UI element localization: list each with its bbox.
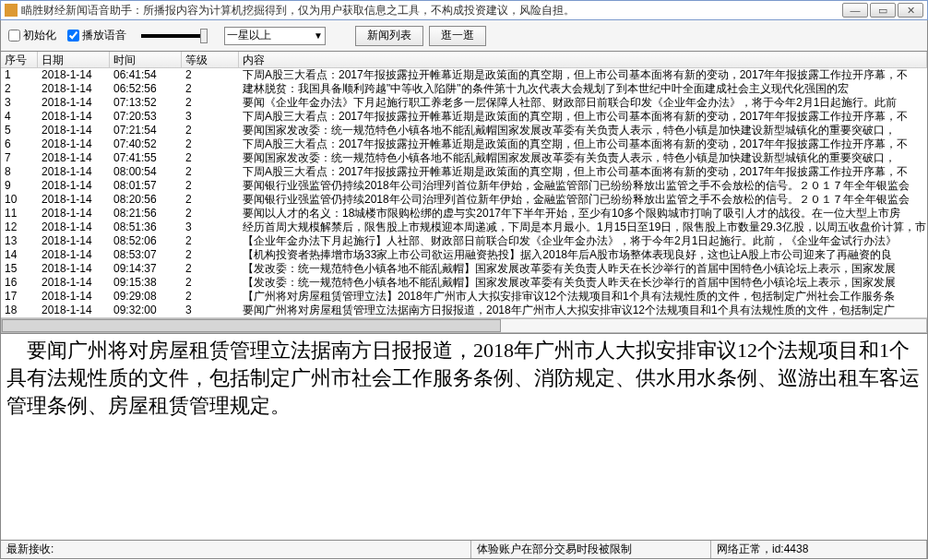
- table-cell: 要闻国家发改委：统一规范特色小镇各地不能乱戴帽国家发展改革委有关负责人表示，特色…: [239, 151, 927, 165]
- table-cell: 1: [1, 68, 38, 82]
- table-row[interactable]: 72018-1-1407:41:552要闻国家发改委：统一规范特色小镇各地不能乱…: [1, 151, 927, 165]
- table-cell: 下周A股三大看点：2017年报披露拉开帷幕近期是政策面的真空期，但上市公司基本面…: [239, 137, 927, 151]
- table-cell: 08:01:57: [110, 179, 182, 193]
- table-cell: 7: [1, 151, 38, 165]
- detail-pane: 要闻广州将对房屋租赁管理立法据南方日报报道，2018年广州市人大拟安排审议12个…: [0, 334, 928, 541]
- horizontal-scrollbar[interactable]: [1, 317, 927, 332]
- table-row[interactable]: 32018-1-1407:13:522要闻《企业年金办法》下月起施行职工养老多一…: [1, 96, 927, 110]
- table-cell: 要闻广州将对房屋租赁管理立法据南方日报报道，2018年广州市人大拟安排审议12个…: [239, 304, 927, 317]
- window-controls: — ▭ ✕: [840, 3, 923, 18]
- table-row[interactable]: 132018-1-1408:52:062【企业年金办法下月起施行】人社部、财政部…: [1, 234, 927, 248]
- table-cell: 6: [1, 137, 38, 151]
- table-row[interactable]: 12018-1-1406:41:542下周A股三大看点：2017年报披露拉开帷幕…: [1, 68, 927, 82]
- table-cell: 【机构投资者热捧增市场33家上市公司欲运用融资热投】据入2018年后A股市场整体…: [239, 248, 927, 262]
- table-cell: 8: [1, 165, 38, 179]
- col-level[interactable]: 等级: [182, 52, 239, 67]
- table-cell: 2018-1-14: [38, 290, 110, 304]
- table-row[interactable]: 162018-1-1409:15:382【发改委：统一规范特色小镇各地不能乱戴帽…: [1, 276, 927, 290]
- table-cell: 2018-1-14: [38, 248, 110, 262]
- table-cell: 2: [182, 137, 239, 151]
- table-cell: 2018-1-14: [38, 137, 110, 151]
- col-content[interactable]: 内容: [239, 52, 927, 67]
- stroll-button[interactable]: 逛一逛: [429, 26, 486, 46]
- status-bar: 最新接收: 体验账户在部分交易时段被限制 网络正常，id:4438: [0, 541, 928, 559]
- table-cell: 【发改委：统一规范特色小镇各地不能乱戴帽】国家发展改革委有关负责人昨天在长沙举行…: [239, 276, 927, 290]
- app-icon: [5, 4, 18, 17]
- table-row[interactable]: 142018-1-1408:53:072【机构投资者热捧增市场33家上市公司欲运…: [1, 248, 927, 262]
- table-cell: 2018-1-14: [38, 220, 110, 234]
- table-cell: 2: [182, 179, 239, 193]
- table-cell: 要闻银行业强监管仍持续2018年公司治理列首位新年伊始，金融监管部门已纷纷释放出…: [239, 193, 927, 207]
- play-checkbox-group[interactable]: 播放语音: [67, 28, 126, 43]
- col-time[interactable]: 时间: [110, 52, 182, 67]
- table-row[interactable]: 62018-1-1407:40:522下周A股三大看点：2017年报披露拉开帷幕…: [1, 137, 927, 151]
- table-cell: 2018-1-14: [38, 234, 110, 248]
- status-account: 体验账户在部分交易时段被限制: [471, 541, 711, 558]
- table-row[interactable]: 82018-1-1408:00:542下周A股三大看点：2017年报披露拉开帷幕…: [1, 165, 927, 179]
- table-cell: 06:41:54: [110, 68, 182, 82]
- minimize-button[interactable]: —: [842, 3, 868, 18]
- table-cell: 要闻银行业强监管仍持续2018年公司治理列首位新年伊始，金融监管部门已纷纷释放出…: [239, 179, 927, 193]
- table-cell: 2018-1-14: [38, 124, 110, 137]
- table-cell: 09:14:37: [110, 262, 182, 276]
- table-body: 12018-1-1406:41:542下周A股三大看点：2017年报披露拉开帷幕…: [1, 68, 927, 317]
- table-row[interactable]: 122018-1-1408:51:363经历首周大规模解禁后，限售股上市规模迎本…: [1, 220, 927, 234]
- table-cell: 07:20:53: [110, 110, 182, 124]
- title-bar: 瞄胜财经新闻语音助手：所播报内容为计算机挖掘得到，仅为用户获取信息之工具，不构成…: [0, 0, 928, 20]
- table-cell: 2018-1-14: [38, 82, 110, 96]
- table-cell: 2018-1-14: [38, 165, 110, 179]
- close-button[interactable]: ✕: [898, 3, 923, 18]
- table-cell: 3: [182, 110, 239, 124]
- rating-value: 一星以上: [227, 28, 271, 43]
- table-row[interactable]: 92018-1-1408:01:572要闻银行业强监管仍持续2018年公司治理列…: [1, 179, 927, 193]
- col-date[interactable]: 日期: [38, 52, 110, 67]
- table-row[interactable]: 52018-1-1407:21:542要闻国家发改委：统一规范特色小镇各地不能乱…: [1, 124, 927, 137]
- table-cell: 2: [182, 234, 239, 248]
- table-cell: 09:32:00: [110, 304, 182, 317]
- rating-dropdown[interactable]: 一星以上 ▼: [224, 27, 326, 45]
- table-row[interactable]: 152018-1-1409:14:372【发改委：统一规范特色小镇各地不能乱戴帽…: [1, 262, 927, 276]
- table-cell: 07:21:54: [110, 124, 182, 137]
- table-cell: 2: [182, 193, 239, 207]
- init-checkbox[interactable]: [8, 30, 20, 42]
- table-row[interactable]: 112018-1-1408:21:562要闻以人才的名义：18城楼市限购松绑的虚…: [1, 207, 927, 220]
- table-cell: 要闻《企业年金办法》下月起施行职工养老多一层保障人社部、财政部日前联合印发《企业…: [239, 96, 927, 110]
- table-cell: 2018-1-14: [38, 68, 110, 82]
- table-cell: 2: [182, 165, 239, 179]
- scrollbar-track[interactable]: [1, 318, 927, 333]
- maximize-button[interactable]: ▭: [870, 3, 896, 18]
- table-row[interactable]: 182018-1-1409:32:003要闻广州将对房屋租赁管理立法据南方日报报…: [1, 304, 927, 317]
- table-cell: 要闻国家发改委：统一规范特色小镇各地不能乱戴帽国家发展改革委有关负责人表示，特色…: [239, 124, 927, 137]
- init-checkbox-group[interactable]: 初始化: [8, 28, 56, 43]
- news-list-button[interactable]: 新闻列表: [355, 26, 423, 46]
- chevron-down-icon: ▼: [314, 30, 323, 41]
- table-row[interactable]: 172018-1-1409:29:082【广州将对房屋租赁管理立法】2018年广…: [1, 290, 927, 304]
- slider-thumb[interactable]: [200, 29, 208, 43]
- window-title: 瞄胜财经新闻语音助手：所播报内容为计算机挖掘得到，仅为用户获取信息之工具，不构成…: [21, 3, 840, 18]
- table-cell: 2: [182, 124, 239, 137]
- table-cell: 【企业年金办法下月起施行】人社部、财政部日前联合印发《企业年金办法》，将于今年2…: [239, 234, 927, 248]
- status-latest: 最新接收:: [1, 541, 471, 558]
- table-cell: 2018-1-14: [38, 151, 110, 165]
- table-row[interactable]: 42018-1-1407:20:533下周A股三大看点：2017年报披露拉开帷幕…: [1, 110, 927, 124]
- col-index[interactable]: 序号: [1, 52, 38, 67]
- table-row[interactable]: 102018-1-1408:20:562要闻银行业强监管仍持续2018年公司治理…: [1, 193, 927, 207]
- table-cell: 08:53:07: [110, 248, 182, 262]
- table-cell: 11: [1, 207, 38, 220]
- table-cell: 2: [1, 82, 38, 96]
- table-cell: 2018-1-14: [38, 304, 110, 317]
- table-cell: 2: [182, 151, 239, 165]
- toolbar: 初始化 播放语音 一星以上 ▼ 新闻列表 逛一逛: [0, 20, 928, 52]
- table-cell: 3: [1, 96, 38, 110]
- table-cell: 3: [182, 304, 239, 317]
- table-row[interactable]: 22018-1-1406:52:562建林脱贫：我国具备顺利跨越"中等收入陷阱"…: [1, 82, 927, 96]
- scrollbar-thumb[interactable]: [2, 319, 501, 332]
- play-label: 播放语音: [82, 28, 126, 43]
- play-checkbox[interactable]: [67, 30, 79, 42]
- table-cell: 08:52:06: [110, 234, 182, 248]
- volume-slider[interactable]: [141, 34, 200, 38]
- table-cell: 要闻以人才的名义：18城楼市限购松绑的虚与实2017年下半年开始，至少有10多个…: [239, 207, 927, 220]
- table-cell: 建林脱贫：我国具备顺利跨越"中等收入陷阱"的条件第十九次代表大会规划了到本世纪中…: [239, 82, 927, 96]
- table-cell: 06:52:56: [110, 82, 182, 96]
- table-header: 序号 日期 时间 等级 内容: [1, 52, 927, 68]
